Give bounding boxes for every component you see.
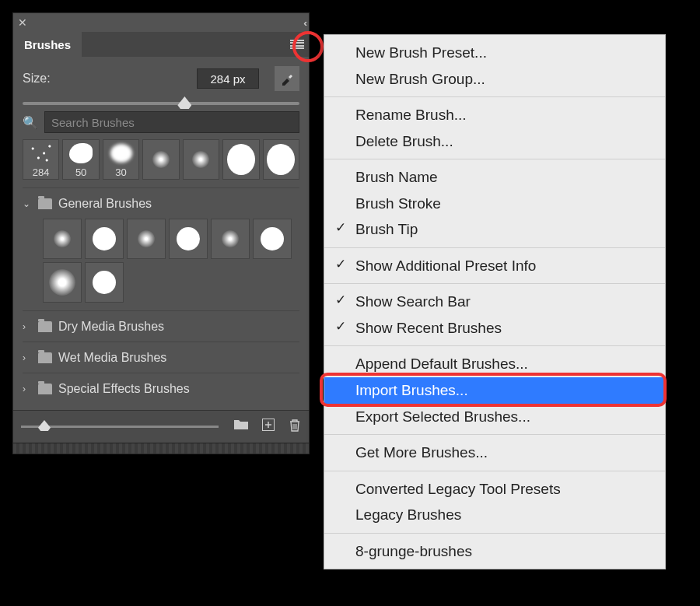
size-row: Size: [23, 66, 299, 91]
menu-item[interactable]: Get More Brushes... [324, 440, 665, 466]
menu-item[interactable]: 8-grunge-brushes [324, 538, 665, 565]
brush-grid [23, 219, 299, 303]
menu-item[interactable]: Converted Legacy Tool Presets [324, 476, 665, 503]
menu-item-label: Delete Brush... [355, 133, 453, 149]
menu-item-label: 8-grunge-brushes [355, 543, 472, 559]
trash-icon[interactable] [289, 419, 301, 436]
chevron-icon: › [23, 321, 32, 332]
brush-icon [280, 72, 294, 86]
menu-separator [324, 345, 665, 346]
menu-item-label: New Brush Group... [355, 71, 485, 87]
menu-item[interactable]: ✓Brush Tip [324, 216, 665, 243]
menu-item[interactable]: ✓Show Search Bar [324, 289, 665, 315]
recent-brush[interactable]: 50 [62, 139, 99, 180]
menu-item[interactable]: Legacy Brushes [324, 502, 665, 528]
brush-swatch[interactable] [85, 219, 124, 259]
menu-separator [324, 159, 665, 159]
menu-item-label: Append Default Brushes... [355, 356, 528, 372]
search-icon: 🔍 [23, 115, 38, 130]
brush-swatch[interactable] [127, 219, 166, 259]
brush-swatch[interactable] [85, 262, 124, 303]
recent-brush[interactable] [142, 139, 179, 180]
brush-groups: ⌄General Brushes›Dry Media Brushes›Wet M… [23, 187, 299, 404]
menu-item-label: Get More Brushes... [355, 444, 488, 461]
menu-item[interactable]: Import Brushes... [324, 377, 665, 404]
folder-header[interactable]: ›Wet Media Brushes [23, 342, 299, 373]
folder-name: Dry Media Brushes [58, 320, 164, 334]
menu-item-label: Show Additional Preset Info [355, 257, 536, 274]
menu-item[interactable]: Brush Stroke [324, 191, 665, 217]
menu-item-label: Show Recent Brushes [355, 320, 502, 336]
menu-item-label: Import Brushes... [355, 382, 468, 398]
brush-swatch[interactable] [43, 219, 82, 259]
folder-icon [38, 321, 52, 332]
menu-item[interactable]: Brush Name [324, 164, 665, 191]
folder-icon [38, 384, 52, 394]
hamburger-icon [290, 40, 304, 49]
new-icon[interactable] [262, 419, 275, 436]
menu-item[interactable]: ✓Show Recent Brushes [324, 315, 665, 342]
brush-size-label: 30 [115, 166, 126, 178]
check-icon: ✓ [335, 255, 346, 275]
menu-item[interactable]: New Brush Group... [324, 66, 665, 93]
folder-name: General Brushes [58, 197, 152, 211]
folder-icon [38, 352, 52, 363]
menu-item-label: Brush Tip [355, 221, 418, 237]
flip-brush-button[interactable] [275, 66, 299, 91]
menu-item-label: Show Search Bar [355, 293, 471, 310]
menu-item-label: Export Selected Brushes... [355, 408, 530, 425]
folder-header[interactable]: ›Special Effects Brushes [23, 373, 299, 404]
brushes-panel: ✕ ‹‹ Brushes Size: 🔍 2845030 ⌄General Br… [12, 12, 310, 454]
panel-menu-button[interactable] [285, 32, 309, 57]
check-icon: ✓ [335, 291, 346, 310]
menu-item-label: Brush Stroke [355, 195, 441, 212]
menu-item[interactable]: Export Selected Brushes... [324, 404, 665, 430]
panel-flyout-menu: New Brush Preset...New Brush Group...Ren… [324, 34, 666, 569]
panel-resize-grip[interactable] [13, 443, 309, 454]
size-input[interactable] [197, 68, 259, 89]
brush-swatch[interactable] [253, 219, 292, 259]
check-icon: ✓ [335, 219, 346, 238]
check-icon: ✓ [335, 317, 346, 337]
recent-brush[interactable]: 284 [23, 139, 59, 180]
tab-row: Brushes [13, 32, 309, 57]
menu-item-label: Rename Brush... [355, 107, 467, 123]
menu-item[interactable]: ✓Show Additional Preset Info [324, 253, 665, 279]
folder-icon [38, 198, 52, 209]
menu-item-label: Converted Legacy Tool Presets [355, 481, 561, 497]
menu-separator [324, 471, 665, 471]
tab-brushes[interactable]: Brushes [13, 32, 82, 57]
folder-header[interactable]: ⌄General Brushes [23, 187, 299, 219]
brush-swatch[interactable] [169, 219, 208, 259]
size-label: Size: [23, 72, 51, 86]
search-input[interactable] [44, 111, 299, 133]
chevron-icon: › [23, 352, 32, 363]
collapse-icon[interactable]: ‹‹ [303, 17, 304, 29]
menu-separator [324, 96, 665, 97]
size-slider[interactable] [23, 102, 299, 105]
recent-brush[interactable] [183, 139, 219, 180]
brush-swatch[interactable] [211, 219, 250, 259]
recent-brushes: 2845030 [23, 139, 299, 180]
menu-item[interactable]: Append Default Brushes... [324, 351, 665, 377]
chevron-icon: ⌄ [23, 198, 32, 209]
thumbnail-size-slider[interactable] [21, 426, 219, 428]
menu-item[interactable]: Rename Brush... [324, 102, 665, 128]
folder-name: Special Effects Brushes [58, 382, 190, 396]
menu-item-label: New Brush Preset... [355, 44, 487, 61]
panel-title-bar: ✕ ‹‹ [13, 13, 309, 32]
recent-brush[interactable] [263, 139, 299, 180]
chevron-icon: › [23, 384, 32, 394]
close-icon[interactable]: ✕ [18, 16, 27, 29]
brush-swatch[interactable] [43, 262, 82, 303]
menu-separator [324, 247, 665, 248]
brush-size-label: 284 [33, 166, 50, 178]
recent-brush[interactable] [222, 139, 259, 180]
menu-item[interactable]: Delete Brush... [324, 128, 665, 155]
folder-name: Wet Media Brushes [58, 351, 166, 365]
recent-brush[interactable]: 30 [103, 139, 139, 180]
folder-header[interactable]: ›Dry Media Brushes [23, 310, 299, 342]
menu-item[interactable]: New Brush Preset... [324, 40, 665, 66]
menu-item-label: Legacy Brushes [355, 506, 461, 523]
folder-icon[interactable] [234, 419, 248, 436]
